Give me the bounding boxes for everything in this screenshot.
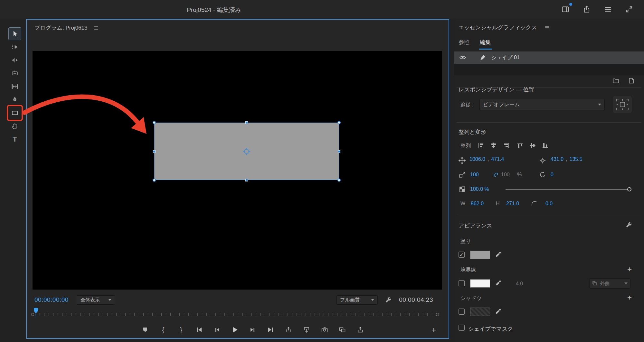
tab-edit[interactable]: 編集: [480, 39, 491, 46]
handle-bottom-right[interactable]: [337, 179, 341, 182]
pen-tool[interactable]: [8, 93, 21, 106]
position-y-value[interactable]: 471.4: [491, 156, 504, 162]
layer-row-shape01[interactable]: シェイプ 01: [454, 51, 644, 64]
go-to-in-button[interactable]: [194, 325, 204, 335]
anchor-point-icon[interactable]: [242, 147, 251, 156]
layer-list-empty[interactable]: [454, 64, 644, 75]
step-back-button[interactable]: [212, 325, 222, 335]
corner-radius-value[interactable]: 0.0: [545, 201, 553, 207]
handle-bottom[interactable]: [245, 179, 248, 181]
visibility-eye-icon[interactable]: [459, 54, 466, 61]
share-icon[interactable]: [581, 4, 592, 15]
divider: [457, 122, 641, 123]
rotation-value[interactable]: 0: [551, 172, 554, 178]
appearance-wrench-icon[interactable]: [625, 221, 632, 228]
playback-quality-select[interactable]: フル画質: [336, 295, 378, 305]
align-bottom-button[interactable]: [541, 141, 550, 150]
timeline-ruler-base: [33, 316, 437, 316]
fill-checkbox[interactable]: ✓: [459, 252, 465, 258]
add-stroke-button[interactable]: +: [627, 266, 632, 273]
pin-diagram-icon: [616, 98, 629, 111]
link-scale-icon[interactable]: [492, 171, 498, 178]
scale-x-value[interactable]: 100: [470, 172, 479, 178]
stroke-position-select[interactable]: 外側: [589, 278, 630, 289]
shadow-checkbox[interactable]: [459, 309, 465, 315]
stroke-checkbox[interactable]: [459, 280, 465, 286]
divider: [457, 214, 641, 214]
mark-out-button[interactable]: }: [176, 325, 186, 335]
anchor-x-value[interactable]: 431.0: [551, 156, 564, 162]
panel-menu-icon[interactable]: [93, 25, 99, 31]
position-x-value[interactable]: 1006.0: [469, 156, 485, 162]
transform-section-heading: 整列と変形: [459, 128, 486, 136]
stroke-label: 境界線: [460, 267, 476, 273]
hand-tool[interactable]: [8, 120, 21, 133]
go-to-out-button[interactable]: [266, 325, 276, 335]
play-button[interactable]: [230, 325, 240, 335]
app-menu-icon[interactable]: [602, 4, 614, 15]
handle-top-right[interactable]: [337, 121, 341, 124]
handle-top[interactable]: [245, 121, 248, 124]
fullscreen-icon[interactable]: [623, 4, 635, 15]
handle-bottom-left[interactable]: [153, 179, 156, 182]
handle-top-left[interactable]: [153, 121, 156, 124]
mark-in-button[interactable]: {: [158, 325, 168, 335]
align-left-button[interactable]: [477, 141, 486, 150]
extract-button[interactable]: [301, 325, 312, 335]
slip-icon: [11, 83, 19, 90]
export-media-button[interactable]: [355, 325, 365, 335]
chevron-down-icon: [108, 299, 111, 301]
razor-tool[interactable]: [8, 67, 21, 80]
comparison-view-button[interactable]: [337, 325, 347, 335]
handle-right[interactable]: [338, 150, 340, 153]
height-value[interactable]: 271.0: [506, 201, 519, 207]
align-center-horizontal-icon: [490, 142, 497, 149]
selection-tool[interactable]: [8, 27, 21, 40]
shape-layer-rectangle[interactable]: [154, 123, 339, 180]
scrub-handle-left[interactable]: [31, 313, 34, 316]
shadow-color-swatch[interactable]: [470, 308, 490, 316]
video-viewport[interactable]: [33, 51, 442, 290]
current-timecode[interactable]: 00:00:00:00: [34, 296, 69, 303]
export-frame-button[interactable]: [319, 325, 330, 335]
zoom-level-select[interactable]: 全体表示: [77, 295, 115, 305]
fill-color-swatch[interactable]: [470, 251, 490, 259]
align-center-vertical-button[interactable]: [528, 141, 537, 150]
stroke-eyedropper-icon[interactable]: [495, 280, 502, 287]
mask-with-shape-checkbox[interactable]: [459, 325, 465, 331]
opacity-slider-track[interactable]: [506, 189, 630, 190]
panel-menu-icon[interactable]: [544, 25, 550, 31]
handle-left[interactable]: [153, 150, 156, 153]
new-layer-icon[interactable]: [628, 77, 635, 84]
responsive-pin-widget[interactable]: [613, 96, 632, 113]
track-select-forward-tool[interactable]: [8, 41, 21, 53]
opacity-value[interactable]: 100.0 %: [470, 186, 489, 192]
window-title: Proj0524 - 編集済み: [0, 6, 428, 14]
slip-tool[interactable]: [8, 80, 21, 93]
scrub-handle-right[interactable]: [436, 313, 439, 316]
align-right-button[interactable]: [502, 141, 511, 150]
align-top-button[interactable]: [516, 141, 525, 150]
anchor-y-value[interactable]: 135.5: [570, 156, 582, 162]
step-forward-button[interactable]: [248, 325, 258, 335]
width-value[interactable]: 862.0: [471, 201, 484, 207]
opacity-slider-knob[interactable]: [627, 187, 631, 191]
program-monitor-panel: プログラム: Proj0613 00: [26, 19, 449, 339]
add-marker-button[interactable]: [140, 325, 150, 335]
new-folder-icon[interactable]: [612, 77, 620, 84]
follow-target-select[interactable]: ビデオフレーム: [479, 99, 605, 110]
lift-button[interactable]: [283, 325, 294, 335]
marker-icon: [142, 326, 149, 333]
fill-eyedropper-icon[interactable]: [495, 251, 502, 258]
add-shadow-button[interactable]: +: [627, 294, 632, 301]
button-editor-button[interactable]: +: [429, 325, 439, 335]
ripple-edit-tool[interactable]: [8, 54, 21, 67]
type-tool[interactable]: T: [8, 133, 21, 146]
workspace-icon[interactable]: [560, 4, 571, 15]
stroke-color-swatch[interactable]: [470, 279, 490, 288]
settings-wrench-icon[interactable]: [385, 296, 392, 303]
tab-browse[interactable]: 参照: [459, 39, 469, 46]
layer-name: シェイプ 01: [491, 54, 520, 61]
shadow-eyedropper-icon[interactable]: [495, 308, 502, 315]
align-center-horizontal-button[interactable]: [489, 141, 498, 150]
